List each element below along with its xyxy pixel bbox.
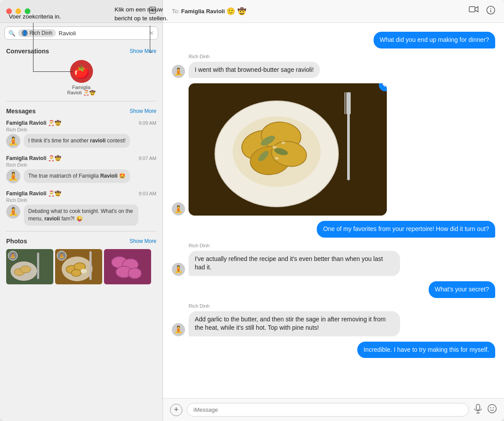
messages-show-more[interactable]: Show More	[130, 108, 156, 114]
maximize-button[interactable]	[25, 8, 30, 14]
chat-area: To: Famiglia Ravioli 🙂 🤠	[163, 0, 504, 421]
messages-title: Messages	[6, 108, 36, 115]
photo-avatar-1: 🧘	[57, 251, 67, 261]
search-query-text[interactable]: Ravioli	[59, 30, 146, 37]
svg-point-41	[233, 116, 321, 187]
section-divider-1	[6, 101, 156, 101]
svg-rect-37	[345, 92, 345, 114]
message-row-photo: 🧘	[172, 83, 495, 216]
chat-avatar-2: 🧘	[172, 323, 185, 336]
sender-label-1: Rich Dinh	[189, 243, 495, 248]
compose-button[interactable]	[148, 6, 156, 16]
chat-bubble-4: What's your secret?	[429, 281, 495, 298]
message-row-3: 🧘 I've actually refined the recipe and i…	[172, 251, 495, 276]
svg-point-47	[493, 407, 494, 408]
photo-avatar-0: 🧘	[8, 251, 18, 261]
minimize-button[interactable]	[15, 8, 21, 14]
msg-header-2: Famiglia Ravioli 🎅🤠 9:03 AM	[6, 190, 156, 197]
search-icon: 🔍	[8, 30, 15, 37]
msg-body-2: 🧘 Debating what to cook tonight. What's …	[6, 205, 156, 226]
svg-point-12	[71, 269, 81, 276]
photo-thumb-1[interactable]: 🧘	[55, 249, 102, 284]
msg-bubble-2: Debating what to cook tonight. What's on…	[24, 205, 138, 226]
msg-bubble-1: The true matriarch of Famiglia Ravioli 🤩	[24, 169, 130, 183]
svg-rect-38	[346, 92, 347, 114]
photos-section: 🧘	[0, 249, 163, 289]
sidebar: 🔍 👤 Rich Dinh Ravioli ✕ Conversations Sh…	[0, 0, 163, 421]
search-clear-button[interactable]: ✕	[149, 30, 154, 37]
msg-avatar-1: 🧘	[6, 169, 20, 183]
video-call-icon[interactable]	[469, 6, 478, 17]
chat-bubble-2: One of my favorites from your repertoire…	[317, 221, 495, 238]
sender-label-0: Rich Dinh	[189, 54, 495, 59]
search-tag: 👤 Rich Dinh	[18, 29, 56, 37]
chat-header-emojis: 🙂 🤠	[226, 7, 246, 15]
sender-label-2: Rich Dinh	[189, 303, 495, 309]
chat-bubble-5: Add garlic to the butter, and then stir …	[189, 311, 400, 336]
svg-point-46	[490, 407, 491, 408]
photos-title: Photos	[6, 238, 27, 245]
photo-image-2	[104, 249, 151, 284]
photo-thumb-0[interactable]: 🧘	[6, 249, 53, 284]
svg-point-6	[20, 266, 31, 273]
photos-header: Photos Show More	[0, 233, 163, 246]
msg-group-0: Famiglia Ravioli 🎅🤠	[6, 120, 61, 126]
msg-avatar-0: 🧘	[6, 134, 20, 148]
svg-rect-40	[350, 92, 351, 114]
title-bar	[0, 0, 163, 23]
svg-rect-39	[348, 92, 349, 114]
chat-avatar-1: 🧘	[172, 263, 185, 276]
message-row-6: Incredible. I have to try making this fo…	[172, 342, 495, 358]
message-result-1[interactable]: Famiglia Ravioli 🎅🤠 9:07 AM Rich Dinh 🧘 …	[0, 152, 163, 187]
msg-time-1: 9:07 AM	[139, 156, 156, 161]
msg-bubble-0: I think it's time for another ravioli co…	[24, 134, 130, 148]
emoji-picker-icon[interactable]	[487, 404, 497, 416]
chat-avatar-0: 🧘	[172, 65, 185, 78]
chat-avatar-photo: 🧘	[172, 202, 185, 216]
conversations-header: Conversations Show More	[0, 43, 163, 56]
close-button[interactable]	[6, 8, 12, 14]
msg-sender-2: Rich Dinh	[6, 197, 156, 203]
message-result-0[interactable]: Famiglia Ravioli 🎅🤠 9:09 AM Rich Dinh 🧘 …	[0, 116, 163, 152]
svg-rect-7	[37, 253, 39, 279]
photos-grid: 🧘	[6, 249, 156, 284]
chat-header-icons	[469, 6, 495, 17]
conversation-avatar: 🍅	[70, 60, 93, 83]
msg-time-0: 9:09 AM	[139, 120, 156, 126]
photo-thumb-2[interactable]	[104, 249, 151, 284]
add-attachment-button[interactable]: +	[170, 404, 182, 416]
message-row-5: 🧘 Add garlic to the butter, and then sti…	[172, 311, 495, 336]
chat-to-label: To:	[172, 8, 179, 15]
svg-point-19	[128, 268, 141, 279]
chat-bubble-0: What did you end up making for dinner?	[374, 32, 495, 48]
svg-rect-42	[476, 404, 480, 410]
chat-photo-image: ❤	[189, 83, 387, 216]
msg-body-1: 🧘 The true matriarch of Famiglia Ravioli…	[6, 169, 156, 183]
app-window: 🔍 👤 Rich Dinh Ravioli ✕ Conversations Sh…	[0, 0, 504, 421]
search-bar[interactable]: 🔍 👤 Rich Dinh Ravioli ✕	[4, 26, 158, 40]
svg-point-13	[81, 269, 87, 273]
chat-bubble-3: I've actually refined the recipe and it'…	[189, 251, 400, 276]
msg-group-1: Famiglia Ravioli 🎅🤠	[6, 155, 61, 161]
svg-rect-20	[469, 7, 475, 12]
conversation-item-famiglia[interactable]: 🍅 FamigliaRavioli 🎅🤠	[0, 56, 163, 99]
message-input[interactable]	[187, 403, 469, 417]
message-row-4: What's your secret?	[172, 281, 495, 298]
conversation-name: FamigliaRavioli 🎅🤠	[67, 85, 95, 96]
photos-show-more[interactable]: Show More	[130, 238, 156, 244]
msg-group-2: Famiglia Ravioli 🎅🤠	[6, 190, 61, 197]
msg-header-1: Famiglia Ravioli 🎅🤠 9:07 AM	[6, 155, 156, 161]
info-icon[interactable]	[486, 6, 495, 17]
message-row-1: 🧘 I went with that browned-butter sage r…	[172, 62, 495, 78]
audio-input-icon[interactable]	[473, 404, 483, 416]
svg-rect-14	[89, 251, 92, 280]
svg-point-45	[488, 404, 497, 413]
conversations-show-more[interactable]: Show More	[130, 48, 156, 54]
message-row-0: What did you end up making for dinner?	[172, 32, 495, 48]
message-result-2[interactable]: Famiglia Ravioli 🎅🤠 9:03 AM Rich Dinh 🧘 …	[0, 187, 163, 229]
messages-container: What did you end up making for dinner? R…	[163, 23, 504, 398]
section-divider-2	[6, 231, 156, 231]
msg-avatar-2: 🧘	[6, 205, 20, 219]
search-tag-name: Rich Dinh	[30, 30, 52, 36]
msg-time-2: 9:03 AM	[139, 191, 156, 196]
